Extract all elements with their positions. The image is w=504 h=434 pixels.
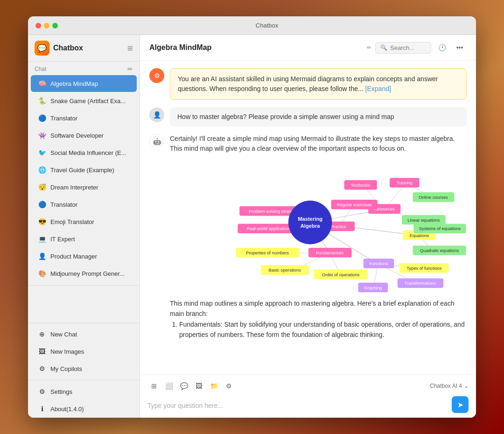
toolbar-btn-image[interactable]: 🖼 [192, 379, 205, 392]
sidebar-item-product-manager[interactable]: 👤 Product Manager [31, 248, 137, 265]
sidebar-item-midjourney[interactable]: 🎨 Midjourney Prompt Gener... [31, 265, 137, 282]
sidebar-item-emoji-translator[interactable]: 😎 Emoji Translator [31, 213, 137, 230]
maximize-button[interactable] [52, 23, 58, 28]
about-label: About(1.4.0) [50, 406, 130, 413]
toolbar-btn-format[interactable]: ⊞ [147, 379, 161, 392]
close-button[interactable] [35, 23, 41, 28]
sidebar-label-translator1: Translator [50, 115, 130, 122]
sidebar-item-new-chat[interactable]: ⊕ New Chat [31, 326, 137, 343]
app-name: Chatbox [53, 44, 124, 52]
input-toolbar: ⊞ ⬜ 💬 🖼 📁 ⚙ Chatbox AI 4 ⌄ [147, 379, 469, 392]
search-box[interactable]: 🔍 [375, 42, 431, 54]
explanation-list: Fundamentals: Start by solidifying your … [170, 319, 467, 340]
settings-label: Settings [50, 388, 130, 395]
svg-text:Tutoring: Tutoring [397, 181, 413, 185]
new-chat-label: New Chat [50, 331, 130, 338]
input-box-row: ➤ [147, 396, 469, 413]
svg-text:Real-world applications: Real-world applications [246, 226, 292, 231]
sidebar-label-it-expert: IT Expert [50, 236, 130, 243]
svg-text:Linear equations: Linear equations [407, 218, 440, 223]
svg-text:Types of functions: Types of functions [406, 266, 442, 271]
sidebar-item-translator1[interactable]: 🔵 Translator [31, 110, 137, 126]
expand-link[interactable]: [Expand] [365, 85, 391, 92]
app-window: Chatbox 💬 Chatbox ⊞ Chat ✏ 🧠 Algebra Min… [28, 16, 476, 418]
sidebar-item-algebra-mindmap[interactable]: 🧠 Algebra MindMap [31, 75, 137, 92]
ai-avatar: 🤖 [149, 134, 164, 149]
sidebar-icon-midjourney: 🎨 [37, 269, 47, 278]
svg-text:Order of operations: Order of operations [322, 273, 360, 277]
sidebar-icon-algebra-mindmap: 🧠 [37, 79, 47, 88]
minimize-button[interactable] [44, 23, 49, 28]
info-icon: ℹ [37, 404, 47, 413]
sidebar-label-midjourney: Midjourney Prompt Gener... [50, 270, 130, 277]
chat-title: Algebra MindMap [149, 43, 363, 52]
svg-text:Properties of numbers: Properties of numbers [246, 251, 289, 255]
settings-icon: ⚙ [37, 387, 47, 396]
history-button[interactable]: 🕐 [435, 41, 449, 55]
sidebar-item-settings[interactable]: ⚙ Settings [31, 383, 137, 400]
sidebar-label-translator2: Translator [50, 201, 130, 208]
more-options-button[interactable]: ••• [453, 41, 467, 55]
messages-area[interactable]: ⚙ You are an AI assistant skilled in usi… [140, 61, 476, 374]
ai-intro-text: Certainly! I'll create a simple mind map… [170, 134, 467, 154]
sidebar-label-software-developer: Software Developer [50, 132, 130, 139]
mindmap-container: Textbooks Tutoring Online courses Resour… [170, 159, 459, 294]
sidebar-item-snake-game[interactable]: 🐍 Snake Game (Artifact Exa... [31, 92, 137, 109]
search-input[interactable] [390, 44, 427, 51]
header-actions: 🔍 🕐 ••• [375, 41, 467, 55]
system-avatar: ⚙ [149, 68, 164, 83]
svg-text:Online courses: Online courses [419, 195, 448, 200]
system-message: ⚙ You are an AI assistant skilled in usi… [149, 68, 467, 100]
sidebar-item-travel-guide[interactable]: 🌐 Travel Guide (Example) [31, 161, 137, 178]
sidebar-label-travel-guide: Travel Guide (Example) [50, 167, 130, 174]
user-message-content: How to master algebra? Please provide a … [170, 107, 467, 126]
svg-text:Functions: Functions [369, 261, 388, 266]
new-chat-icon[interactable]: ✏ [127, 65, 133, 73]
send-button[interactable]: ➤ [452, 396, 469, 413]
sidebar-item-social-media[interactable]: 🐦 Social Media Influencer (E... [31, 144, 137, 161]
sidebar-bottom: ⊕ New Chat 🖼 New Images ⚙ My Copilots ⚙ … [28, 323, 140, 418]
chevron-down-icon: ⌄ [464, 383, 469, 389]
sidebar-icon-social-media: 🐦 [37, 148, 47, 157]
sidebar-icon-software-developer: 👾 [37, 131, 47, 140]
sidebar-item-it-expert[interactable]: 💻 IT Expert [31, 231, 137, 247]
edit-title-icon[interactable]: ✏ [367, 44, 371, 51]
sidebar-item-my-copilots[interactable]: ⚙ My Copilots [31, 360, 137, 377]
sidebar-item-translator2[interactable]: 🔵 Translator [31, 196, 137, 213]
sidebar-item-about[interactable]: ℹ About(1.4.0) [31, 400, 137, 417]
app-body: 💬 Chatbox ⊞ Chat ✏ 🧠 Algebra MindMap 🐍 S… [28, 35, 476, 418]
svg-text:Practice: Practice [331, 224, 347, 229]
chat-section-label: Chat ✏ [28, 62, 140, 75]
input-area: ⊞ ⬜ 💬 🖼 📁 ⚙ Chatbox AI 4 ⌄ ➤ [140, 374, 476, 418]
ai-message-content: Certainly! I'll create a simple mind map… [170, 134, 467, 342]
sidebar-icon-product-manager: 👤 [37, 252, 47, 261]
svg-text:Graphing: Graphing [364, 286, 382, 290]
sidebar-icon-it-expert: 💻 [37, 234, 47, 244]
plus-icon: ⊕ [37, 329, 47, 339]
chat-input[interactable] [147, 402, 448, 413]
sidebar-item-new-images[interactable]: 🖼 New Images [31, 343, 137, 360]
svg-text:Regular exercises: Regular exercises [337, 203, 372, 207]
sidebar-icon-translator1: 🔵 [37, 113, 47, 123]
toolbar-btn-chat[interactable]: 💬 [177, 379, 190, 392]
svg-text:Quadratic equations: Quadratic equations [420, 248, 459, 253]
sidebar-item-dream-interpreter[interactable]: 😴 Dream Interpreter [31, 179, 137, 196]
sidebar-collapse-icon[interactable]: ⊞ [127, 44, 133, 52]
sidebar: 💬 Chatbox ⊞ Chat ✏ 🧠 Algebra MindMap 🐍 S… [28, 35, 140, 418]
svg-text:Equations: Equations [410, 233, 429, 238]
continuation-text: This mind map outlines a simple approach… [170, 298, 467, 340]
toolbar-left: ⊞ ⬜ 💬 🖼 📁 ⚙ [147, 379, 235, 392]
sidebar-label-product-manager: Product Manager [50, 253, 130, 260]
traffic-lights [35, 23, 58, 28]
toolbar-btn-folder[interactable]: 📁 [207, 379, 220, 392]
toolbar-btn-select[interactable]: ⬜ [162, 379, 175, 392]
sidebar-item-software-developer[interactable]: 👾 Software Developer [31, 127, 137, 144]
image-icon: 🖼 [37, 347, 47, 356]
svg-text:Fundamentals: Fundamentals [316, 251, 344, 255]
copilots-icon: ⚙ [37, 364, 47, 373]
toolbar-btn-settings[interactable]: ⚙ [222, 379, 235, 392]
sidebar-label-snake-game: Snake Game (Artifact Exa... [50, 98, 130, 105]
ai-message: 🤖 Certainly! I'll create a simple mind m… [149, 134, 467, 342]
window-title: Chatbox [65, 22, 469, 29]
model-selector[interactable]: Chatbox AI 4 ⌄ [430, 383, 469, 389]
